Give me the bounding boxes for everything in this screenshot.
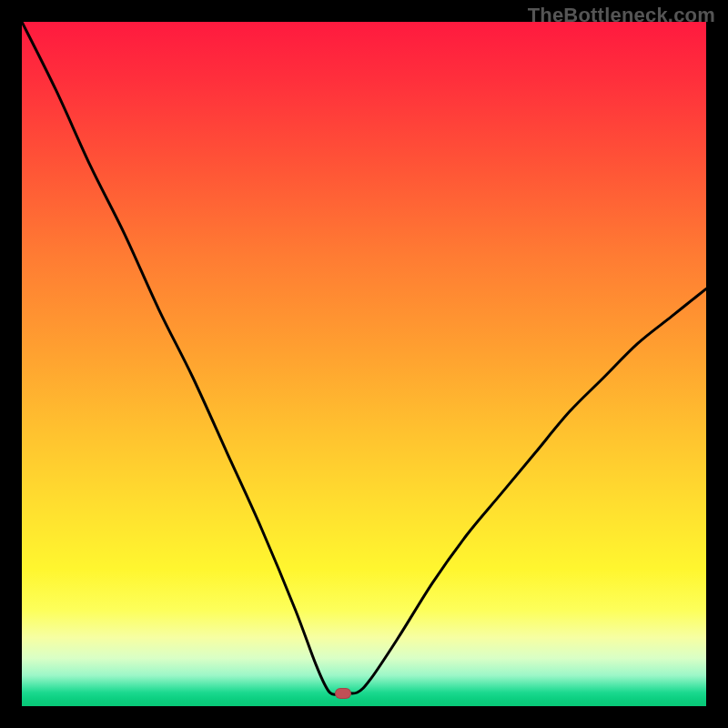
optimal-marker — [335, 688, 351, 699]
chart-frame: TheBottleneck.com — [0, 0, 728, 728]
plot-area — [22, 22, 706, 706]
watermark-text: TheBottleneck.com — [528, 4, 715, 27]
bottleneck-curve — [22, 22, 706, 706]
